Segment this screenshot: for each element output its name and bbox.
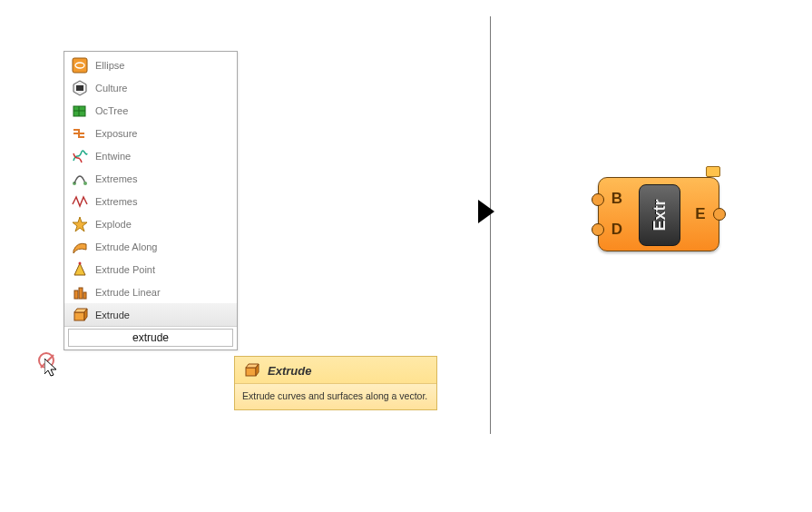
octree-icon (70, 101, 90, 121)
svg-marker-9 (73, 217, 87, 231)
extrude-along-icon (70, 237, 90, 257)
extremes-zigzag-icon (70, 192, 90, 212)
cursor-cancel (38, 352, 67, 381)
list-item-label: Extrude Linear (95, 287, 161, 298)
list-item[interactable]: Extremes (64, 190, 237, 212)
list-item-label: OcTree (95, 105, 128, 116)
extrude-icon (70, 305, 90, 325)
input-label: B (611, 190, 622, 208)
list-item[interactable]: Exposure (64, 122, 237, 144)
svg-rect-14 (83, 292, 86, 299)
list-item-label: Extremes (95, 173, 137, 184)
explode-icon (70, 214, 90, 234)
list-item-label: Extremes (95, 196, 137, 207)
node-inputs: B D (602, 178, 631, 251)
list-item[interactable]: OcTree (64, 99, 237, 122)
svg-rect-12 (74, 290, 78, 299)
list-item-label: Extrude Point (95, 264, 155, 275)
svg-rect-3 (76, 85, 83, 91)
svg-marker-10 (74, 263, 85, 275)
list-item-label: Extrude Along (95, 241, 158, 252)
list-item[interactable]: Extremes (64, 167, 237, 190)
node-body[interactable]: Extr (639, 184, 680, 246)
list-item[interactable]: Ellipse (64, 54, 237, 76)
cursor-icon (44, 359, 63, 380)
svg-rect-13 (79, 288, 83, 299)
arrow-right-icon (478, 200, 494, 223)
hex-icon (70, 78, 90, 98)
component-tooltip: Extrude Extrude curves and surfaces alon… (234, 356, 437, 410)
tooltip-header: Extrude (235, 357, 436, 384)
list-item[interactable]: Entwine (64, 144, 237, 167)
node-label: Extr (651, 199, 670, 231)
extrude-point-icon (70, 260, 90, 280)
search-input[interactable] (68, 329, 233, 347)
entwine-icon (70, 146, 90, 166)
tooltip-title: Extrude (268, 364, 311, 378)
list-item[interactable]: Explode (64, 212, 237, 235)
node-warning-tag (706, 166, 720, 177)
list-item-label: Culture (95, 83, 127, 94)
svg-marker-18 (44, 359, 56, 376)
extrude-component-node[interactable]: B D Extr E (598, 177, 719, 251)
extrude-linear-icon (70, 282, 90, 302)
svg-rect-19 (246, 368, 256, 376)
tooltip-body: Extrude curves and surfaces along a vect… (235, 384, 436, 409)
list-item[interactable]: Extrude Linear (64, 281, 237, 303)
extremes-curve-icon (70, 169, 90, 189)
output-grip[interactable] (713, 208, 726, 221)
svg-point-8 (83, 182, 87, 185)
search-row (64, 326, 237, 350)
node-outputs: E (686, 178, 715, 251)
extrude-icon (242, 361, 260, 379)
list-item-label: Entwine (95, 151, 131, 162)
component-search-popup: Ellipse Culture OcTree Exposure Entwine (64, 51, 238, 350)
svg-rect-15 (74, 312, 84, 320)
list-item[interactable]: Extrude Point (64, 258, 237, 281)
list-item-label: Extrude (95, 310, 130, 320)
list-item-label: Explode (95, 219, 132, 230)
input-label: D (611, 221, 622, 239)
svg-point-11 (79, 261, 82, 264)
exposure-icon (70, 123, 90, 143)
component-search-list: Ellipse Culture OcTree Exposure Entwine (64, 52, 237, 326)
vertical-divider (490, 16, 491, 434)
ellipse-icon (70, 55, 90, 75)
output-label: E (695, 205, 705, 223)
list-item-label: Exposure (95, 128, 137, 139)
list-item-selected[interactable]: Extrude (64, 303, 237, 326)
list-item[interactable]: Culture (64, 76, 237, 99)
list-item[interactable]: Extrude Along (64, 235, 237, 258)
list-item-label: Ellipse (95, 60, 124, 71)
